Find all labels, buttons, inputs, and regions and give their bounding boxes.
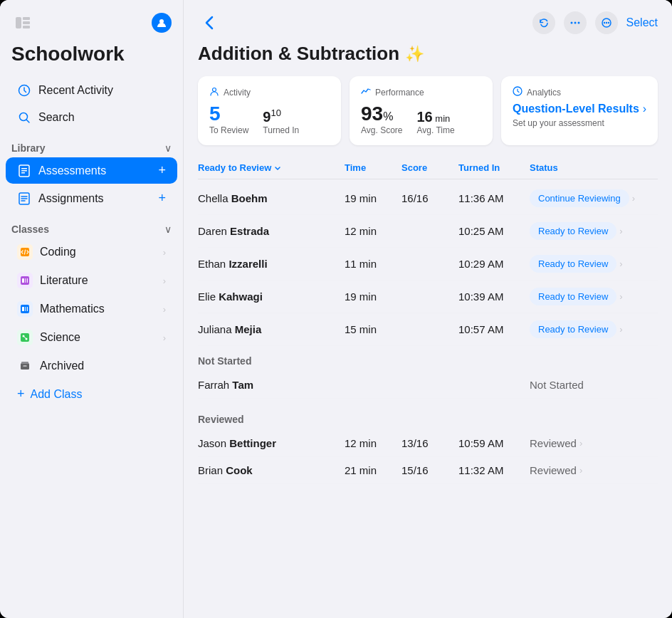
turned-in-cell: 10:39 AM bbox=[458, 290, 530, 303]
row-chevron-icon: › bbox=[632, 193, 635, 204]
svg-rect-20 bbox=[27, 307, 28, 311]
status-badge[interactable]: Ready to Review bbox=[530, 288, 616, 305]
menu-button[interactable] bbox=[564, 11, 587, 34]
sidebar-item-recent-activity[interactable]: Recent Activity bbox=[6, 78, 177, 103]
time-cell: 11 min bbox=[345, 258, 401, 270]
page-title: Addition & Subtraction ✨ bbox=[184, 40, 672, 76]
undo-button[interactable] bbox=[532, 11, 555, 34]
sidebar-item-archived[interactable]: Archived bbox=[6, 352, 177, 379]
toolbar: Select bbox=[184, 0, 672, 40]
status-badge[interactable]: Continue Reviewing bbox=[530, 189, 629, 207]
performance-values: 93% Avg. Score 16 min Avg. Time bbox=[361, 104, 481, 135]
main-content: Select Addition & Subtraction ✨ Activity bbox=[184, 0, 672, 618]
more-button[interactable] bbox=[595, 11, 618, 34]
sidebar-item-coding[interactable]: Coding › bbox=[6, 239, 177, 266]
student-name: Jason Bettinger bbox=[198, 437, 345, 449]
sidebar-item-search[interactable]: Search bbox=[6, 105, 177, 130]
app-title: Schoolwork bbox=[0, 40, 183, 77]
avg-time-number: 16 min bbox=[416, 110, 454, 124]
time-cell: 12 min bbox=[345, 225, 401, 237]
status-badge[interactable]: Ready to Review bbox=[530, 320, 616, 338]
col-header-name[interactable]: Ready to Review bbox=[198, 162, 345, 173]
svg-rect-14 bbox=[22, 278, 24, 283]
turned-in-stat: 910 Turned In bbox=[263, 108, 299, 135]
sidebar-toggle-button[interactable] bbox=[11, 11, 34, 34]
literature-label: Literature bbox=[40, 274, 88, 287]
col-header-time: Time bbox=[345, 162, 401, 173]
status-badge[interactable]: Ready to Review bbox=[530, 255, 616, 273]
table-row[interactable]: Farrah Tam Not Started bbox=[198, 372, 658, 399]
col-header-turned-in: Turned In bbox=[458, 162, 530, 173]
sidebar-item-assessments[interactable]: Assessments + bbox=[6, 157, 177, 184]
search-label: Search bbox=[38, 111, 75, 124]
mathematics-label: Mathematics bbox=[40, 303, 105, 315]
table-row[interactable]: Chella Boehm 19 min 16/16 11:36 AM Conti… bbox=[198, 182, 658, 215]
table-row[interactable]: Juliana Mejia 15 min 10:57 AM Ready to R… bbox=[198, 313, 658, 346]
svg-rect-10 bbox=[21, 172, 25, 174]
svg-rect-3 bbox=[23, 26, 30, 28]
score-cell: 15/16 bbox=[401, 464, 458, 476]
back-button[interactable] bbox=[198, 11, 221, 34]
assignments-add-icon[interactable]: + bbox=[158, 191, 166, 206]
sidebar-item-literature[interactable]: Literature › bbox=[6, 267, 177, 294]
classes-section-header: Classes ∨ bbox=[0, 212, 183, 238]
status-cell: Not Started bbox=[530, 379, 658, 391]
svg-rect-0 bbox=[16, 17, 21, 28]
sidebar-top bbox=[0, 0, 183, 40]
coding-icon bbox=[17, 244, 33, 260]
coding-label: Coding bbox=[40, 246, 76, 258]
literature-icon bbox=[17, 273, 33, 288]
recent-activity-label: Recent Activity bbox=[38, 84, 113, 97]
avg-score-stat: 93% Avg. Score bbox=[361, 104, 402, 135]
sidebar: Schoolwork Recent Activity Search Librar… bbox=[0, 0, 184, 618]
user-avatar[interactable] bbox=[152, 13, 172, 33]
analytics-icon bbox=[513, 86, 523, 98]
archived-icon bbox=[17, 358, 33, 374]
stats-row: Activity 5 To Review 910 Turned In bbox=[184, 76, 672, 157]
svg-point-6 bbox=[20, 113, 28, 121]
sidebar-item-science[interactable]: Science › bbox=[6, 324, 177, 351]
not-started-title: Not Started bbox=[198, 355, 251, 367]
activity-icon bbox=[209, 86, 219, 98]
turned-in-label: Turned In bbox=[263, 125, 299, 135]
table-row[interactable]: Daren Estrada 12 min 10:25 AM Ready to R… bbox=[198, 215, 658, 248]
activity-card-header: Activity bbox=[209, 86, 330, 98]
sidebar-item-mathematics[interactable]: Mathematics › bbox=[6, 295, 177, 323]
toolbar-right: Select bbox=[532, 11, 658, 34]
status-cell: Reviewed › bbox=[530, 437, 658, 449]
classes-section-title: Classes bbox=[11, 224, 49, 235]
ready-to-review-rows: Chella Boehm 19 min 16/16 11:36 AM Conti… bbox=[198, 182, 658, 346]
analytics-card[interactable]: Analytics Question-Level Results › Set u… bbox=[501, 76, 658, 145]
avg-time-label: Avg. Time bbox=[416, 125, 454, 135]
to-review-stat: 5 To Review bbox=[209, 104, 248, 135]
students-table: Ready to Review Time Score Turned In Sta… bbox=[184, 157, 672, 618]
not-started-section-header: Not Started bbox=[198, 346, 658, 372]
assessments-add-icon[interactable]: + bbox=[158, 163, 166, 178]
library-chevron-icon: ∨ bbox=[164, 142, 172, 154]
select-button[interactable]: Select bbox=[626, 16, 658, 29]
row-chevron-icon: › bbox=[619, 291, 622, 302]
student-name: Brian Cook bbox=[198, 464, 345, 476]
sparkle-icon: ✨ bbox=[405, 45, 424, 63]
table-row[interactable]: Jason Bettinger 12 min 13/16 10:59 AM Re… bbox=[198, 430, 658, 457]
reviewed-status: Reviewed bbox=[530, 464, 577, 476]
svg-rect-19 bbox=[26, 307, 26, 311]
table-row[interactable]: Elie Kahwagi 19 min 10:39 AM Ready to Re… bbox=[198, 281, 658, 313]
table-row[interactable]: Brian Cook 21 min 15/16 11:32 AM Reviewe… bbox=[198, 457, 658, 484]
analytics-main-title: Question-Level Results bbox=[513, 103, 639, 115]
table-row[interactable]: Ethan Izzarelli 11 min 10:29 AM Ready to… bbox=[198, 248, 658, 281]
mathematics-icon bbox=[17, 301, 33, 317]
reviewed-status: Reviewed bbox=[530, 437, 577, 449]
status-cell: Ready to Review › bbox=[530, 255, 658, 273]
performance-card-title: Performance bbox=[375, 88, 424, 98]
search-icon bbox=[17, 110, 31, 125]
avg-time-stat: 16 min Avg. Time bbox=[416, 110, 454, 135]
status-badge[interactable]: Ready to Review bbox=[530, 222, 616, 240]
svg-rect-2 bbox=[23, 21, 30, 24]
add-class-button[interactable]: + Add Class bbox=[6, 381, 177, 407]
student-name: Daren Estrada bbox=[198, 225, 345, 237]
sidebar-item-assignments[interactable]: Assignments + bbox=[6, 185, 177, 211]
svg-point-32 bbox=[607, 22, 609, 23]
status-cell: Reviewed › bbox=[530, 464, 658, 476]
student-name: Elie Kahwagi bbox=[198, 290, 345, 303]
